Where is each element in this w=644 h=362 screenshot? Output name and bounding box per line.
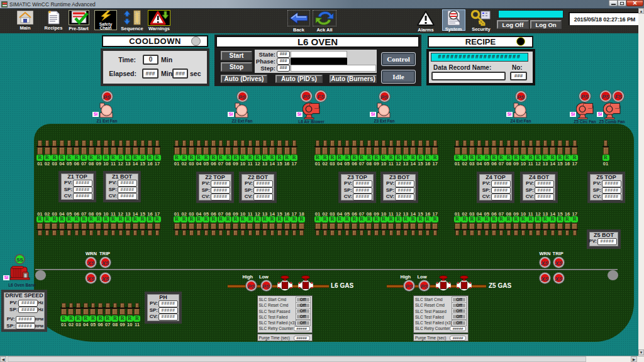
svg-text:Chain: Chain (100, 26, 112, 30)
svg-text:*: * (48, 11, 52, 17)
